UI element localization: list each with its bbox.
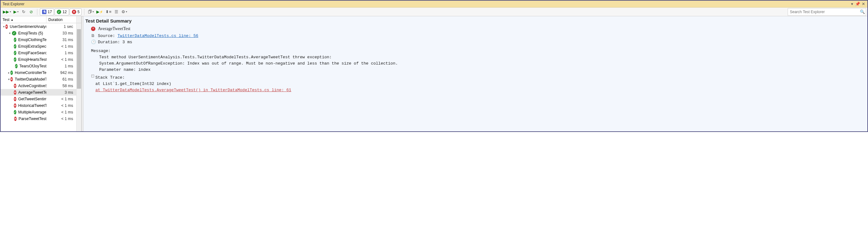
fail-icon bbox=[14, 103, 16, 108]
detail-title: Test Detail Summary bbox=[85, 18, 864, 25]
test-row[interactable]: ▸HomeControllerTests (6)942 ms bbox=[1, 69, 76, 76]
filter-passed-pill[interactable]: 12 bbox=[55, 8, 69, 15]
clock-icon: 🕒 bbox=[91, 39, 95, 45]
test-row[interactable]: EmojiExtraSpecialCharatersTest< 1 ms bbox=[1, 43, 76, 49]
search-input[interactable] bbox=[788, 10, 859, 14]
fail-icon bbox=[10, 77, 13, 81]
test-duration: 1 ms bbox=[46, 51, 76, 55]
test-label: EmojiClothingTest bbox=[18, 38, 46, 42]
pass-icon bbox=[14, 38, 16, 42]
test-row[interactable]: EmojiClothingTest31 ms bbox=[1, 36, 76, 43]
test-row[interactable]: ParseTweetTest< 1 ms bbox=[1, 115, 76, 122]
test-row[interactable]: TearsOfJoyTest1 ms bbox=[1, 63, 76, 69]
stack-label: Stack Trace: bbox=[95, 75, 864, 81]
search-icon[interactable]: 🔍 bbox=[859, 9, 866, 14]
test-row[interactable]: ▾EmojiTests (5)33 ms bbox=[1, 30, 76, 36]
settings-button[interactable]: ⚙ bbox=[121, 8, 128, 15]
test-row[interactable]: MultipleAverageTweetTest< 1 ms bbox=[1, 109, 76, 115]
expander-icon[interactable]: ▾ bbox=[3, 25, 5, 28]
expander-icon[interactable]: ▾ bbox=[8, 32, 11, 35]
test-label: EmojiHeartsTest bbox=[18, 57, 46, 62]
pass-icon bbox=[10, 70, 13, 75]
test-row[interactable]: EmojiHeartsTest< 1 ms bbox=[1, 56, 76, 63]
test-label: MultipleAverageTweetTest bbox=[18, 110, 46, 114]
toolbar: ▶▶ ▶ ↻ ⊘ 17 12 5 🗍 ▶⚡ ⬍≡ ☰ ⚙ 🔍 bbox=[1, 7, 867, 16]
test-duration: < 1 ms bbox=[46, 97, 76, 101]
test-duration: < 1 ms bbox=[46, 110, 76, 114]
window-menu-button[interactable]: ▾ bbox=[849, 1, 855, 7]
fail-icon bbox=[91, 27, 95, 31]
test-row[interactable]: ActiveCognitiveServiceTest58 ms bbox=[1, 82, 76, 89]
run-button[interactable]: ▶ bbox=[12, 8, 20, 15]
test-row[interactable]: HistoricalTweetTest< 1 ms bbox=[1, 102, 76, 109]
run-all-button[interactable]: ▶▶ bbox=[2, 8, 12, 15]
duration-value: 3 ms bbox=[122, 40, 132, 44]
search-box[interactable]: 🔍 bbox=[788, 8, 866, 16]
sort-asc-icon: ▲ bbox=[11, 18, 13, 21]
test-duration: 61 ms bbox=[46, 77, 76, 81]
test-label: HomeControllerTests (6) bbox=[15, 70, 46, 75]
tree-scrollbar[interactable] bbox=[76, 23, 81, 131]
test-row[interactable]: AverageTweetTest3 ms bbox=[1, 89, 76, 96]
pin-button[interactable]: 📌 bbox=[855, 1, 861, 7]
pass-icon bbox=[14, 51, 16, 55]
column-test-header[interactable]: Test ▲ bbox=[1, 16, 46, 23]
source-label: Source: bbox=[98, 34, 115, 38]
duration-label: Duration: bbox=[98, 40, 120, 44]
expander-icon[interactable]: ▾ bbox=[8, 78, 10, 81]
group-by-button[interactable]: ⬍≡ bbox=[104, 8, 112, 15]
test-tree[interactable]: ▾UserSentimentAnalysis.Tests (17)1 sec▾E… bbox=[1, 23, 76, 131]
stack-line: at List`1.get_Item(Int32 index) bbox=[95, 81, 864, 87]
column-test-label: Test bbox=[2, 18, 9, 22]
message-label: Message: bbox=[91, 48, 864, 54]
test-label: GetTweetSentimentTest bbox=[18, 97, 46, 101]
test-row[interactable]: EmojiFaceSearchTest1 ms bbox=[1, 49, 76, 56]
fold-gutter[interactable]: − bbox=[91, 75, 94, 78]
test-duration: < 1 ms bbox=[46, 103, 76, 108]
fail-icon bbox=[5, 25, 8, 29]
test-explorer-window: Test Explorer ▾ 📌 ✕ ▶▶ ▶ ↻ ⊘ 17 12 5 🗍 ▶… bbox=[0, 0, 868, 132]
fail-icon bbox=[14, 84, 16, 88]
message-line: Test method UserSentimentAnalysis.Tests.… bbox=[99, 54, 864, 61]
stop-run-button[interactable]: ⊘ bbox=[28, 8, 34, 15]
filter-all-pill[interactable]: 17 bbox=[40, 8, 54, 15]
pass-icon bbox=[12, 31, 16, 35]
test-duration: 58 ms bbox=[46, 84, 76, 88]
test-label: EmojiExtraSpecialCharatersTest bbox=[18, 44, 46, 48]
test-duration: 942 ms bbox=[46, 70, 76, 75]
detail-body: AverageTweetTest 🗎 Source: TwitterDataMo… bbox=[85, 25, 864, 93]
column-duration-header[interactable]: Duration bbox=[46, 16, 76, 23]
test-duration: < 1 ms bbox=[46, 57, 76, 62]
message-line: System.ArgumentOutOfRangeException: Inde… bbox=[99, 61, 864, 67]
close-button[interactable]: ✕ bbox=[861, 1, 866, 7]
failed-count: 5 bbox=[78, 10, 80, 14]
titlebar: Test Explorer ▾ 📌 ✕ bbox=[1, 1, 867, 7]
pass-icon bbox=[15, 64, 18, 68]
column-headers: Test ▲ Duration bbox=[1, 16, 81, 23]
filter-failed-pill[interactable]: 5 bbox=[70, 8, 82, 15]
detail-pane: Test Detail Summary AverageTweetTest 🗎 S… bbox=[84, 16, 867, 131]
playlist-button[interactable]: 🗍 bbox=[87, 8, 95, 15]
test-duration: 33 ms bbox=[46, 31, 76, 35]
message-line: Parameter name: index bbox=[99, 67, 864, 73]
test-tree-pane: Test ▲ Duration ▾UserSentimentAnalysis.T… bbox=[1, 16, 82, 131]
test-row[interactable]: ▾UserSentimentAnalysis.Tests (17)1 sec bbox=[1, 23, 76, 30]
fail-icon bbox=[14, 90, 16, 95]
columns-button[interactable]: ☰ bbox=[113, 8, 120, 15]
pass-icon bbox=[14, 110, 16, 114]
fail-icon bbox=[14, 97, 16, 101]
repeat-last-run-button[interactable]: ↻ bbox=[20, 8, 27, 15]
test-duration: 1 ms bbox=[46, 64, 76, 68]
source-link[interactable]: TwitterDataModelTests.cs line: 56 bbox=[117, 34, 198, 38]
test-label: ParseTweetTest bbox=[19, 116, 46, 121]
run-after-build-button[interactable]: ▶⚡ bbox=[95, 8, 104, 15]
total-count: 17 bbox=[48, 10, 52, 14]
test-row[interactable]: GetTweetSentimentTest< 1 ms bbox=[1, 96, 76, 102]
test-label: TwitterDataModelTests (6) bbox=[15, 77, 46, 81]
filter-pills: 17 12 5 bbox=[40, 8, 82, 15]
test-duration: 1 sec bbox=[46, 25, 76, 29]
expander-icon[interactable]: ▸ bbox=[8, 71, 10, 74]
source-icon: 🗎 bbox=[91, 33, 95, 39]
test-row[interactable]: ▾TwitterDataModelTests (6)61 ms bbox=[1, 76, 76, 82]
stack-link[interactable]: at TwitterDataModelTests.AverageTweetTes… bbox=[95, 88, 291, 93]
